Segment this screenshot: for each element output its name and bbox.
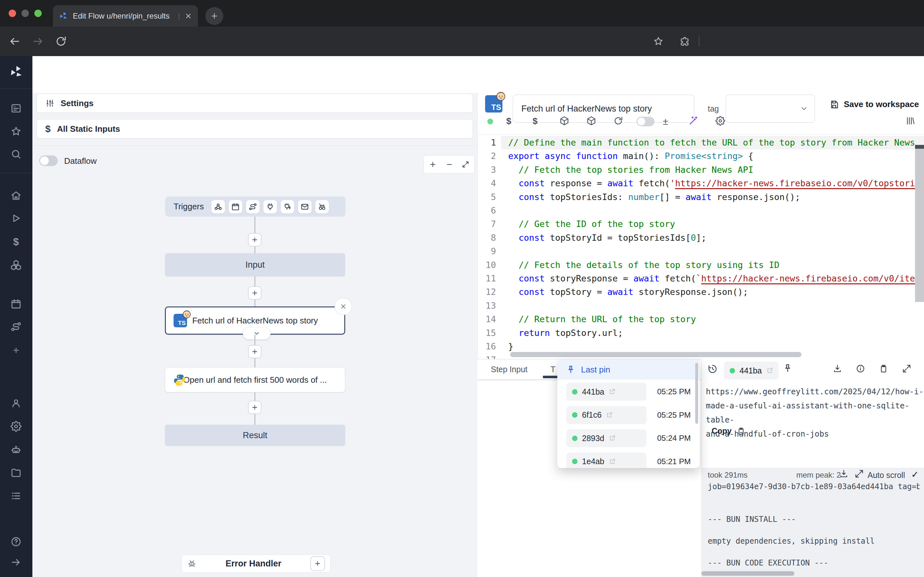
external-link-icon[interactable] <box>609 458 615 465</box>
runs-icon[interactable] <box>11 213 21 224</box>
tab-partial[interactable]: T <box>551 365 556 374</box>
external-link-icon[interactable] <box>609 388 615 395</box>
back-icon[interactable] <box>9 35 21 47</box>
settings-icon[interactable] <box>716 116 725 126</box>
folders-icon[interactable] <box>11 467 21 478</box>
error-handler-node[interactable]: Error Handler <box>182 554 330 572</box>
save-to-workspace-button[interactable]: Save to workspace <box>830 99 919 109</box>
poll-trigger-icon[interactable] <box>315 200 329 213</box>
package-icon[interactable] <box>559 116 569 126</box>
expand-result-icon[interactable] <box>902 364 911 373</box>
reload-icon[interactable] <box>55 35 67 47</box>
kafka-trigger-icon[interactable] <box>281 200 294 213</box>
pin-history-item[interactable]: 6f1c605:25 PM <box>557 404 700 427</box>
triggers-bar[interactable]: Triggers <box>165 197 346 217</box>
zoom-window-button[interactable] <box>34 10 42 17</box>
log-output[interactable]: job=019634e7-9d30-b7cb-1e89-03a64ed441ba… <box>708 482 919 569</box>
toggle-icon[interactable] <box>636 117 654 126</box>
pin-icon[interactable] <box>783 364 792 373</box>
expand-logs-icon[interactable] <box>855 469 864 478</box>
workers-icon[interactable] <box>11 444 21 455</box>
routes-icon[interactable] <box>11 321 21 332</box>
code-editor[interactable]: 1// Define the main function to fetch th… <box>477 136 924 359</box>
tab-step-input[interactable]: Step Input <box>491 365 527 374</box>
job-id-pill[interactable]: 1e4ab <box>566 453 646 468</box>
bookmark-star-icon[interactable] <box>653 36 664 47</box>
job-id-pill[interactable]: 6f1c6 <box>566 406 646 424</box>
favorites-icon[interactable] <box>11 126 21 137</box>
home-icon[interactable] <box>11 190 21 201</box>
expand-step-button[interactable] <box>243 327 270 340</box>
browser-tab[interactable]: Edit Flow u/henri/pin_results | <box>53 5 198 27</box>
schedule-trigger-icon[interactable] <box>229 200 242 213</box>
tag-select[interactable] <box>726 95 815 123</box>
package-icon[interactable] <box>586 116 596 126</box>
external-link-icon[interactable] <box>766 367 773 374</box>
job-id-pill[interactable]: 441ba <box>566 383 646 401</box>
search-icon[interactable] <box>11 149 21 160</box>
variable-icon[interactable]: $ <box>533 116 538 126</box>
external-link-icon[interactable] <box>609 435 615 442</box>
users-icon[interactable] <box>11 398 21 409</box>
status-dot-icon[interactable] <box>487 119 493 124</box>
route-trigger-icon[interactable] <box>246 200 260 213</box>
variable-icon[interactable]: $ <box>506 116 511 126</box>
step-node-b[interactable]: Open url and fetch first 500 words of ..… <box>165 367 345 392</box>
dataflow-toggle[interactable] <box>39 155 58 166</box>
add-step-button[interactable] <box>248 233 262 247</box>
diff-icon[interactable]: ± <box>663 116 668 127</box>
add-step-button[interactable] <box>248 401 262 414</box>
result-node[interactable]: Result <box>165 425 345 446</box>
library-icon[interactable] <box>905 116 915 126</box>
add-step-button[interactable] <box>248 345 262 358</box>
add-icon[interactable]: + <box>11 344 21 355</box>
static-inputs-row[interactable]: $ All Static Inputs <box>37 119 473 139</box>
mqtt-trigger-icon[interactable] <box>263 200 277 213</box>
forward-icon[interactable] <box>32 35 44 47</box>
input-node[interactable]: Input <box>165 253 345 276</box>
step-node-a[interactable]: TS Fetch url of HackerNews top story a <box>165 306 345 335</box>
add-step-button[interactable] <box>248 286 262 300</box>
code-vertical-scrollbar[interactable] <box>915 149 924 302</box>
new-tab-button[interactable] <box>205 7 223 25</box>
add-error-handler-button[interactable] <box>310 556 325 571</box>
ai-wand-icon[interactable] <box>688 116 698 126</box>
minimize-window-button[interactable] <box>21 10 29 17</box>
logs-horizontal-scrollbar[interactable] <box>701 571 795 576</box>
webhook-trigger-icon[interactable] <box>212 200 225 213</box>
email-trigger-icon[interactable] <box>298 200 312 213</box>
fit-view-icon[interactable] <box>462 161 469 168</box>
extensions-puzzle-icon[interactable] <box>680 36 690 47</box>
close-window-button[interactable] <box>9 10 16 17</box>
expand-icon[interactable] <box>11 557 21 568</box>
auto-scroll-checkbox[interactable]: ✓ <box>911 469 919 480</box>
dropdown-scrollbar[interactable] <box>695 363 698 424</box>
external-link-icon[interactable] <box>606 412 612 418</box>
reset-icon[interactable] <box>614 116 623 126</box>
apps-icon[interactable] <box>11 103 21 114</box>
schedules-icon[interactable] <box>11 298 21 309</box>
job-id-pill[interactable]: 2893d <box>566 429 646 447</box>
pin-history-item[interactable]: 1e4ab05:21 PM <box>557 450 700 468</box>
resources-icon[interactable] <box>11 259 21 270</box>
windmill-logo[interactable] <box>9 65 24 79</box>
copy-button[interactable]: Copy <box>712 426 745 436</box>
close-tab-icon[interactable] <box>184 12 192 20</box>
variables-icon[interactable]: $ <box>11 236 21 247</box>
remove-step-button[interactable] <box>334 298 352 315</box>
code-horizontal-scrollbar[interactable] <box>510 352 801 357</box>
pin-history-item[interactable]: 2893d05:24 PM <box>557 427 700 450</box>
settings-icon[interactable] <box>11 421 21 432</box>
download-logs-icon[interactable] <box>839 469 848 478</box>
settings-row[interactable]: Settings <box>37 93 473 113</box>
pin-history-item[interactable]: 441ba05:25 PM <box>557 380 700 403</box>
info-icon[interactable] <box>856 364 865 373</box>
zoom-in-icon[interactable] <box>429 161 437 168</box>
copy-result-icon[interactable] <box>879 364 888 373</box>
job-id-pill[interactable]: 441ba <box>724 362 779 380</box>
help-icon[interactable] <box>11 536 21 547</box>
history-icon[interactable] <box>708 364 717 374</box>
download-result-icon[interactable] <box>833 364 842 373</box>
last-pin-option[interactable]: Last pin <box>557 359 700 380</box>
zoom-out-icon[interactable]: − <box>447 159 452 170</box>
